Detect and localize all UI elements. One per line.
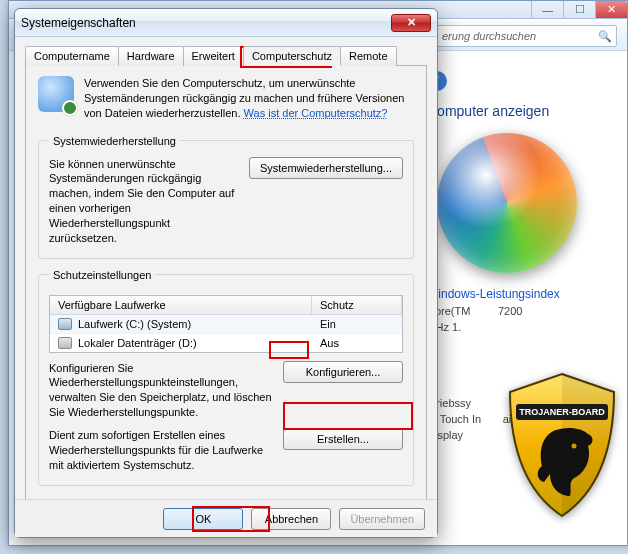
configure-button[interactable]: Konfigurieren...	[283, 361, 403, 383]
dialog-title: Systemeigenschaften	[21, 16, 136, 30]
create-restore-text: Dient zum sofortigen Erstellen eines Wie…	[49, 428, 273, 473]
legend-protection-settings: Schutzeinstellungen	[49, 269, 155, 281]
drive-status: Aus	[312, 334, 402, 352]
trojaner-board-badge: TROJANER-BOARD	[502, 370, 622, 520]
dialog-footer: OK Abbrechen Übernehmen	[15, 499, 437, 537]
col-protection: Schutz	[312, 296, 402, 314]
configure-text: Konfigurieren Sie Wiederherstellungspunk…	[49, 361, 273, 420]
drive-row-c[interactable]: Laufwerk (C:) (System) Ein	[50, 315, 402, 334]
bg-search-placeholder: erung durchsuchen	[442, 30, 536, 42]
col-available-drives: Verfügbare Laufwerke	[50, 296, 312, 314]
dialog-close-button[interactable]: ✕	[391, 14, 431, 32]
search-icon: 🔍	[598, 30, 612, 43]
dialog-titlebar[interactable]: Systemeigenschaften ✕	[15, 9, 437, 37]
tab-bar: Computername Hardware Erweitert Computer…	[25, 45, 427, 66]
bg-close-button[interactable]: ✕	[595, 1, 627, 18]
tab-computerschutz[interactable]: Computerschutz	[243, 46, 341, 66]
group-system-restore: Systemwiederherstellung Sie können unerw…	[38, 135, 414, 259]
drive-name: Lokaler Datenträger (D:)	[78, 337, 197, 349]
drive-icon	[58, 318, 72, 330]
bg-minimize-button[interactable]: —	[531, 1, 563, 18]
drive-list[interactable]: Verfügbare Laufwerke Schutz Laufwerk (C:…	[49, 295, 403, 353]
intro-block: Verwenden Sie den Computerschutz, um une…	[38, 76, 414, 121]
dialog-body: Computername Hardware Erweitert Computer…	[15, 37, 437, 499]
drive-status: Ein	[312, 315, 402, 333]
legend-system-restore: Systemwiederherstellung	[49, 135, 180, 147]
cancel-button[interactable]: Abbrechen	[251, 508, 331, 530]
drive-list-header: Verfügbare Laufwerke Schutz	[50, 296, 402, 315]
drive-row-d[interactable]: Lokaler Datenträger (D:) Aus	[50, 334, 402, 352]
tab-computername[interactable]: Computername	[25, 46, 119, 66]
drive-name: Laufwerk (C:) (System)	[78, 318, 191, 330]
tab-hardware[interactable]: Hardware	[118, 46, 184, 66]
bg-search-input[interactable]: erung durchsuchen 🔍	[437, 25, 617, 47]
create-restore-button[interactable]: Erstellen...	[283, 428, 403, 450]
windows-logo-icon	[437, 133, 577, 273]
ok-button[interactable]: OK	[163, 508, 243, 530]
svg-point-1	[572, 444, 577, 449]
what-is-system-protection-link[interactable]: Was ist der Computerschutz?	[244, 107, 388, 119]
intro-text: Verwenden Sie den Computerschutz, um une…	[84, 76, 414, 121]
cpu-line-2: GHz 1.	[427, 321, 617, 333]
tab-erweitert[interactable]: Erweitert	[183, 46, 244, 66]
apply-button[interactable]: Übernehmen	[339, 508, 425, 530]
drive-icon	[58, 337, 72, 349]
group-protection-settings: Schutzeinstellungen Verfügbare Laufwerke…	[38, 269, 414, 486]
system-protection-icon	[38, 76, 74, 112]
system-restore-button[interactable]: Systemwiederherstellung...	[249, 157, 403, 179]
system-properties-dialog: Systemeigenschaften ✕ Computername Hardw…	[14, 8, 438, 538]
tab-pane-computerschutz: Verwenden Sie den Computerschutz, um une…	[25, 66, 427, 499]
shield-label: TROJANER-BOARD	[519, 407, 605, 417]
bg-maximize-button[interactable]: ☐	[563, 1, 595, 18]
cpu-line-1: Core(TM 7200	[427, 305, 617, 317]
windows-experience-link[interactable]: Windows-Leistungsindex	[427, 287, 617, 301]
tab-remote[interactable]: Remote	[340, 46, 397, 66]
bg-headline: Computer anzeigen	[427, 103, 617, 119]
system-restore-text: Sie können unerwünschte Systemänderungen…	[49, 157, 239, 246]
